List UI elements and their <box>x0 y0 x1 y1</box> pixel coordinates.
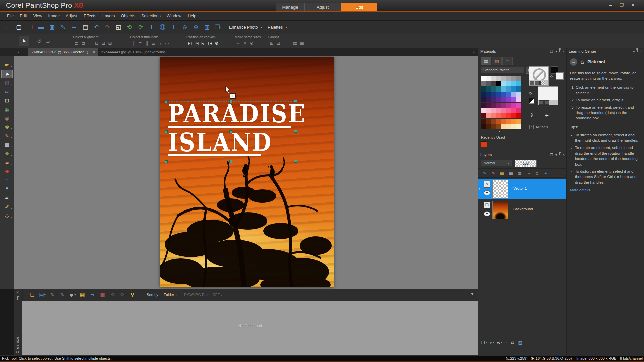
black-white-reset-icon[interactable] <box>529 98 534 104</box>
edit-selection-button[interactable]: ▫ <box>505 340 507 345</box>
new-group-layer-button[interactable]: ▩ <box>506 169 515 177</box>
color-swatch[interactable] <box>501 92 506 97</box>
zoom-out-button[interactable]: ⊖ <box>180 23 190 32</box>
makeover-tool[interactable]: ✾ ▾ <box>1 123 13 132</box>
color-swatch[interactable] <box>481 86 486 92</box>
color-swatch[interactable] <box>481 108 486 113</box>
color-swatch[interactable] <box>501 119 506 124</box>
color-swatch[interactable] <box>486 97 491 102</box>
distribute-icon[interactable]: ∥ <box>130 40 137 46</box>
selection-handle[interactable] <box>229 100 232 103</box>
color-swatch[interactable] <box>511 113 516 118</box>
group-icon[interactable]: ⊟ <box>275 40 282 46</box>
color-swatch[interactable] <box>511 86 516 92</box>
new-adjustment-layer-button[interactable]: ∞▾ <box>497 340 502 345</box>
airbrush-tool[interactable]: ✺ <box>1 167 13 176</box>
same-size-icon[interactable]: ⊗ <box>248 40 255 46</box>
fg-color-button[interactable] <box>530 81 534 85</box>
workspace-tab-manage[interactable]: Manage <box>276 3 304 11</box>
color-swatch[interactable] <box>481 119 486 124</box>
people-tag-button[interactable]: ☻▾ <box>68 291 76 299</box>
express-lab-button[interactable]: ▬ <box>37 23 46 32</box>
color-swatch[interactable] <box>511 81 516 86</box>
color-swatch[interactable] <box>496 86 501 92</box>
sort-by-dropdown[interactable]: Folder ▾ <box>164 293 177 297</box>
panel-close-icon[interactable]: × <box>640 50 642 53</box>
color-swatch[interactable] <box>506 103 511 108</box>
panel-menu-icon[interactable]: ▾ <box>555 153 557 157</box>
color-swatch[interactable] <box>516 97 521 102</box>
color-swatch[interactable] <box>516 103 521 108</box>
selection-bounding-box[interactable] <box>166 101 296 162</box>
organizer-close-icon[interactable]: × <box>16 290 19 295</box>
sliders-tab[interactable]: ≡ <box>502 57 513 65</box>
eraser-tool[interactable]: ▰ ▾ <box>1 159 13 168</box>
color-swatch[interactable] <box>506 97 511 102</box>
copy-button[interactable]: ❐▾ <box>214 23 223 32</box>
group-icon[interactable]: ⊞ <box>268 40 275 46</box>
distribute-icon[interactable]: ⋯ <box>164 40 170 46</box>
color-swatch[interactable] <box>516 76 521 81</box>
selection-handle[interactable] <box>294 100 297 103</box>
color-swatch[interactable] <box>511 103 516 108</box>
open-button[interactable]: ❏ <box>25 23 35 32</box>
color-swatch[interactable] <box>486 103 491 108</box>
align-icon[interactable]: ⊔ <box>93 40 100 46</box>
color-swatch[interactable] <box>516 124 521 129</box>
back-icon[interactable]: ← <box>570 58 577 66</box>
distribute-icon[interactable]: ⋮ <box>157 40 164 46</box>
color-swatch[interactable] <box>511 76 516 81</box>
undo-button[interactable]: ↶ <box>92 23 101 32</box>
grid-icon[interactable]: ▩ <box>299 40 305 46</box>
selection-tool[interactable]: ▧ ▾ <box>1 78 13 87</box>
text-tool[interactable]: T <box>1 176 13 185</box>
color-swatch[interactable] <box>486 119 491 124</box>
color-swatch[interactable] <box>511 92 516 97</box>
panel-close-icon[interactable]: × <box>562 153 565 157</box>
red-eye-tool[interactable]: ◉ ▾ <box>1 114 13 123</box>
color-swatch[interactable] <box>511 119 516 124</box>
color-swatch[interactable] <box>496 92 501 97</box>
color-swatch[interactable] <box>506 108 511 113</box>
position-icon[interactable]: ◳ <box>193 40 200 46</box>
color-swatch[interactable] <box>486 81 491 86</box>
color-swatch[interactable] <box>481 97 486 102</box>
rotate-right-button[interactable]: ⟳ <box>119 291 127 299</box>
map-location-button[interactable]: ▦ <box>78 291 87 299</box>
document-tab-active[interactable]: 7688409.JPG* @ 86% (Vector 1) × <box>28 48 98 56</box>
preset-shapes-tool[interactable]: ❝ ▾ <box>1 185 13 194</box>
share-button[interactable]: ➥ <box>70 23 79 32</box>
new-vector-layer-button[interactable]: ▩ <box>498 169 506 177</box>
minimize-button[interactable]: – <box>606 2 615 8</box>
menu-item[interactable]: Image <box>45 14 63 18</box>
calendar-button[interactable]: ⑪ <box>158 23 167 32</box>
same-size-icon[interactable]: ⇕ <box>241 40 248 46</box>
color-swatch[interactable] <box>506 119 511 124</box>
layer-name[interactable]: Background <box>513 207 533 211</box>
all-tools-checkbox[interactable]: ✓ All tools <box>529 125 548 129</box>
color-swatch[interactable] <box>506 81 511 86</box>
link-layers-button[interactable]: ∞ <box>524 169 533 177</box>
panel-menu-icon[interactable]: ▾ <box>555 50 557 53</box>
panel-menu-icon[interactable]: ▾ <box>633 50 635 53</box>
color-swatch[interactable] <box>486 113 491 118</box>
white-swatch[interactable] <box>556 72 564 80</box>
pan-tool[interactable]: ☛ ▾ <box>1 61 13 70</box>
bg-gradient-button[interactable] <box>544 100 549 105</box>
align-icon[interactable]: ⊐ <box>80 40 87 46</box>
palettes-button[interactable]: Palettes▾ <box>268 25 287 30</box>
save-button[interactable]: ▣ <box>48 23 57 32</box>
swap-materials-icon[interactable]: ⇄ <box>527 90 533 96</box>
palette-select-dropdown[interactable]: Standard Palette▾ <box>481 67 524 73</box>
color-swatch[interactable] <box>496 119 501 124</box>
checkbox-icon[interactable]: ✓ <box>529 125 534 129</box>
menu-item[interactable]: Edit <box>17 14 30 18</box>
color-swatch[interactable] <box>481 76 486 81</box>
zoom-in-button[interactable]: ⊕ <box>192 23 201 32</box>
color-swatch[interactable] <box>506 92 511 97</box>
menu-item[interactable]: Help <box>184 14 199 18</box>
color-swatch[interactable] <box>516 86 521 92</box>
highlight-layer-button[interactable]: ● <box>541 169 550 177</box>
swatches-tab[interactable]: ▦ <box>481 57 491 65</box>
flood-fill-tool[interactable]: ▩ ▾ <box>1 141 13 150</box>
